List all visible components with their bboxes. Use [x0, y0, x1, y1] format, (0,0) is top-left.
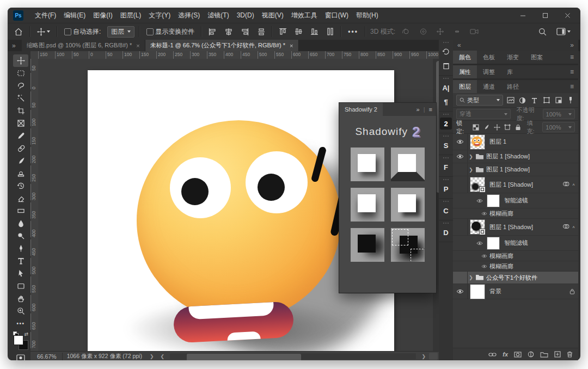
visibility-eye-empty[interactable]: [453, 272, 468, 284]
expand-chevron-icon[interactable]: ❯: [468, 275, 474, 280]
history-brush-tool[interactable]: [13, 180, 28, 192]
menu-item[interactable]: 图像(I): [89, 8, 116, 23]
workspace-switcher[interactable]: [554, 27, 573, 36]
align-bottom-button[interactable]: [309, 27, 320, 36]
status-popup-icon[interactable]: ❯: [146, 354, 157, 359]
move-tool-preset[interactable]: [35, 27, 52, 37]
menu-item[interactable]: 文字(Y): [145, 8, 174, 23]
new-group-icon[interactable]: [540, 352, 548, 358]
filter-smart-objects-icon[interactable]: [554, 96, 563, 104]
filter-toggle-pin[interactable]: [566, 96, 575, 104]
filter-adjustment-layers-icon[interactable]: [518, 96, 527, 104]
visibility-eye-icon[interactable]: [453, 284, 468, 299]
layer-name[interactable]: 图层 1 [Shadow]: [489, 181, 533, 189]
plugin-panel-s-icon[interactable]: S: [440, 139, 452, 151]
background-layer-row[interactable]: 背景: [453, 284, 578, 299]
plugin-panel-f-icon[interactable]: F: [440, 161, 452, 173]
layer-name[interactable]: 背景: [489, 287, 501, 296]
filter-mask-thumbnail[interactable]: [487, 237, 500, 250]
zoom-tool[interactable]: [13, 305, 28, 317]
gradient-tool[interactable]: [13, 205, 28, 217]
distribute-h-button[interactable]: [255, 27, 267, 36]
filter-name[interactable]: 模糊画廊: [489, 262, 513, 270]
shadow-preset-motion[interactable]: [351, 228, 384, 262]
filter-row[interactable]: 模糊画廊: [453, 208, 578, 219]
align-middle-button[interactable]: [293, 27, 304, 36]
shadow-preset-long[interactable]: [391, 147, 425, 181]
quick-mask-button[interactable]: [13, 352, 28, 360]
marquee-tool[interactable]: [13, 67, 28, 79]
shadow-preset-drop[interactable]: [351, 188, 384, 222]
pen-tool[interactable]: [13, 242, 28, 255]
tab-properties[interactable]: 属性: [453, 65, 477, 78]
menu-item[interactable]: 增效工具: [287, 8, 321, 23]
tab-swatches[interactable]: 色板: [477, 51, 501, 64]
tab-paths[interactable]: 路径: [501, 80, 525, 93]
plugin-panel-p-icon[interactable]: P: [440, 183, 452, 195]
filter-row[interactable]: 模糊画廊: [453, 261, 578, 272]
group-row-selected[interactable]: ❯ 公众号下1个好软件: [453, 272, 578, 284]
align-left-button[interactable]: [206, 27, 218, 36]
group-name[interactable]: 图层 1 [Shadow]: [486, 165, 530, 174]
panel-collapse-icon[interactable]: »: [416, 106, 420, 113]
dodge-tool[interactable]: [13, 230, 28, 242]
smart-filter-icon[interactable]: [562, 224, 569, 230]
zoom-level[interactable]: 66.67%: [30, 353, 62, 360]
auto-select-checkbox[interactable]: [64, 28, 71, 35]
shadow-preset-tight[interactable]: [391, 188, 425, 222]
menu-item[interactable]: 编辑(E): [60, 8, 89, 23]
shadowify-tab[interactable]: Shadowify 2: [339, 103, 383, 116]
visibility-eye-empty[interactable]: [453, 219, 468, 235]
filter-name[interactable]: 模糊画廊: [489, 210, 513, 218]
character-panel-icon[interactable]: A|: [440, 82, 452, 94]
new-layer-icon[interactable]: [554, 351, 561, 358]
tab-patterns[interactable]: 图案: [525, 51, 549, 64]
filter-shape-layers-icon[interactable]: [542, 96, 551, 104]
eyedropper-tool[interactable]: [13, 130, 28, 142]
magic-wand-tool[interactable]: [13, 92, 28, 104]
paragraph-panel-icon[interactable]: ¶: [440, 96, 452, 108]
tab-color[interactable]: 颜色: [453, 51, 477, 64]
menu-item[interactable]: 帮助(H): [352, 8, 382, 23]
rectangle-tool[interactable]: [13, 280, 28, 292]
panel-menu-icon[interactable]: ≡: [570, 83, 578, 90]
plugin-panel-d-icon[interactable]: D: [440, 226, 452, 238]
smart-filters-label[interactable]: 智能滤镜: [504, 239, 528, 247]
panel-menu-icon[interactable]: ≡: [429, 106, 432, 113]
document-tab-active[interactable]: 未标题-1 @ 66.7% (公众号下1个好软件, RGB/8#) * ×: [145, 40, 299, 51]
group-name[interactable]: 图层 1 [Shadow]: [486, 152, 530, 161]
filter-mask-thumbnail[interactable]: [487, 194, 500, 207]
smart-object-row[interactable]: 图层 1 [Shadow] ˄: [453, 176, 578, 193]
scroll-thumb[interactable]: [187, 354, 301, 360]
layer-thumbnail[interactable]: [470, 177, 485, 192]
menu-item[interactable]: 视图(V): [258, 8, 287, 23]
auto-select-dropdown[interactable]: 图层: [107, 26, 134, 38]
smart-filter-icon[interactable]: [562, 181, 569, 188]
layer-row[interactable]: 图层 1: [453, 134, 578, 150]
smart-filter-mask-row[interactable]: 智能滤镜: [453, 236, 578, 251]
group-name[interactable]: 公众号下1个好软件: [486, 274, 537, 282]
filter-name[interactable]: 模糊画廊: [489, 252, 513, 260]
visibility-eye-icon[interactable]: [475, 193, 485, 208]
tab-libraries[interactable]: 库: [501, 65, 519, 78]
filter-row[interactable]: 模糊画廊: [453, 251, 578, 261]
collapse-chevron-icon[interactable]: ˄: [572, 182, 575, 187]
menu-item[interactable]: 选择(S): [174, 8, 204, 23]
add-mask-icon[interactable]: [514, 352, 522, 358]
collapse-panels-icon[interactable]: «: [457, 41, 461, 49]
align-top-button[interactable]: [277, 27, 289, 36]
layer-thumbnail[interactable]: [470, 219, 485, 235]
lasso-tool[interactable]: [13, 79, 28, 92]
visibility-eye-icon[interactable]: [453, 150, 468, 163]
menu-item[interactable]: 文件(F): [31, 8, 60, 23]
history-panel-icon[interactable]: [440, 46, 452, 58]
shadowify-panel-icon[interactable]: 2: [440, 118, 452, 130]
auto-select-toggle[interactable]: 自动选择:: [62, 26, 103, 38]
tab-adjustments[interactable]: 调整: [477, 65, 501, 78]
shadow-preset-selected[interactable]: [391, 228, 425, 262]
layer-style-fx-icon[interactable]: fx: [503, 351, 508, 358]
layer-filter-type[interactable]: 类型: [456, 95, 503, 106]
visibility-eye-icon[interactable]: [481, 263, 487, 269]
horizontal-scrollbar[interactable]: [170, 353, 416, 359]
ruler-corner[interactable]: [30, 51, 39, 59]
